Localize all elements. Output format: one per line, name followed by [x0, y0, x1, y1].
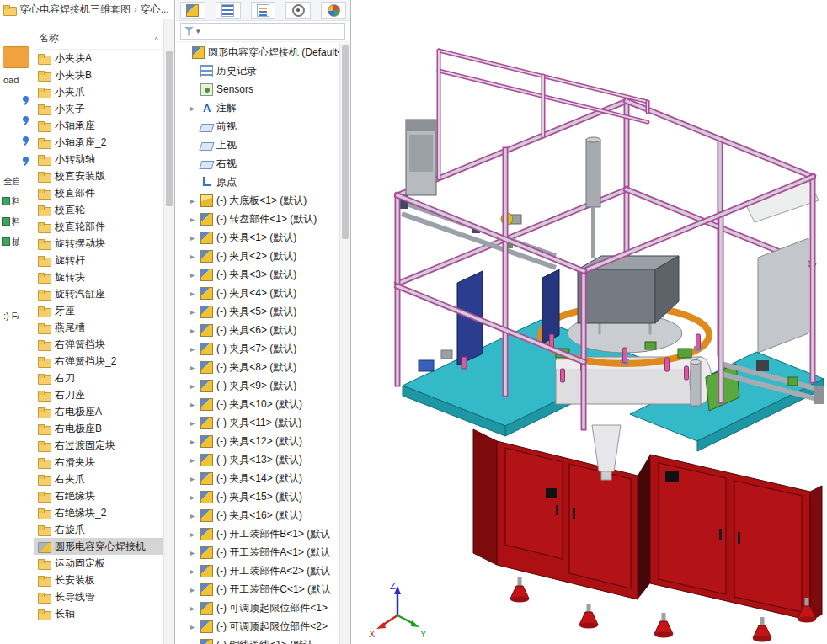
feature-tree-item[interactable]: 前视 — [176, 117, 339, 136]
expand-arrow-icon[interactable] — [188, 567, 197, 576]
file-row[interactable]: 小轴承座_2 — [34, 134, 163, 151]
expand-arrow-icon[interactable] — [188, 455, 197, 465]
monitor-panel[interactable] — [406, 120, 436, 195]
top-railing[interactable] — [439, 51, 648, 178]
feature-tree-item[interactable]: (-) 夹具<16> (默认) — [176, 506, 339, 524]
graphics-viewport[interactable]: Z X Y — [352, 0, 827, 644]
column-header-name[interactable]: 名称 ^ — [34, 19, 163, 50]
feature-tree-item[interactable]: 注解 — [176, 98, 339, 117]
file-row[interactable]: 燕尾槽 — [34, 319, 163, 336]
expand-arrow-icon[interactable] — [188, 418, 197, 428]
expand-arrow-icon[interactable] — [188, 474, 197, 483]
feature-tree-item[interactable]: (-) 开工装部件A<1> (默认 — [176, 543, 339, 562]
feature-tree-item[interactable]: 原点 — [176, 173, 339, 191]
right-upper-panels[interactable] — [744, 180, 819, 353]
feature-tree-item[interactable]: (-) 夹具<1> (默认) — [176, 228, 339, 247]
feature-tree-item[interactable]: (-) 夹具<11> (默认) — [176, 413, 339, 432]
feature-tree-item[interactable]: (-) 夹具<15> (默认) — [176, 487, 339, 506]
file-row[interactable]: 长导线管 — [34, 588, 163, 605]
center-gray-box[interactable] — [578, 269, 655, 323]
feature-tree-item[interactable]: 右视 — [176, 154, 339, 173]
support-cylinder[interactable] — [586, 137, 600, 258]
expand-arrow-icon[interactable] — [188, 307, 197, 317]
quick-access-item[interactable] — [0, 110, 34, 130]
quick-access-item[interactable] — [0, 151, 34, 171]
expand-arrow-icon[interactable] — [188, 622, 197, 631]
hopper-cone[interactable] — [592, 425, 621, 471]
expand-arrow-icon[interactable] — [188, 270, 197, 279]
feature-tree-item[interactable]: 圆形电容穿心焊接机 (Default< — [176, 43, 339, 61]
file-row[interactable]: 圆形电容穿心焊接机 — [34, 538, 163, 555]
tree-scrollbar[interactable] — [339, 43, 350, 644]
feature-tree-item[interactable]: (-) 夹具<8> (默认) — [176, 358, 339, 376]
file-row[interactable]: 右绝缘块_2 — [34, 504, 163, 521]
file-row[interactable]: 右电极座B — [34, 420, 163, 437]
file-row[interactable]: 旋转摆动块 — [34, 235, 163, 252]
expand-arrow-icon[interactable] — [188, 641, 197, 644]
expand-arrow-icon[interactable] — [188, 363, 197, 372]
file-row[interactable]: 小夹爪 — [34, 83, 163, 100]
file-row[interactable]: 小夹块B — [34, 67, 163, 83]
quick-access-item[interactable] — [0, 90, 34, 110]
quick-access-item[interactable] — [0, 130, 34, 151]
expand-arrow-icon[interactable] — [188, 196, 197, 205]
panel-tab[interactable] — [321, 2, 346, 19]
file-row[interactable]: 运动固定板 — [34, 555, 163, 572]
feature-tree-item[interactable]: (-) 夹具<7> (默认) — [176, 339, 339, 358]
expand-arrow-icon[interactable] — [188, 492, 197, 502]
panel-tab[interactable] — [285, 2, 311, 19]
chevron-down-icon[interactable]: ▾ — [196, 27, 200, 35]
expand-arrow-icon[interactable] — [188, 252, 197, 261]
feature-tree-item[interactable]: (-) 夹具<12> (默认) — [176, 432, 339, 450]
feature-tree-item[interactable]: (-) 可调顶起限位部件<1> — [176, 599, 339, 617]
file-row[interactable]: 校直部件 — [34, 184, 163, 201]
feature-tree-item[interactable]: (-) 开工装部件B<1> (默认 — [176, 524, 339, 543]
feature-tree-item[interactable]: (-) 夹具<10> (默认) — [176, 395, 339, 413]
feature-tree-item[interactable]: (-) 夹具<4> (默认) — [176, 284, 339, 302]
feature-tree-item[interactable]: (-) 转盘部件<1> (默认) — [176, 210, 339, 228]
file-row[interactable]: 小夹块A — [34, 50, 163, 67]
expand-arrow-icon[interactable] — [188, 511, 197, 520]
feature-tree-item[interactable]: (-) 夹具<14> (默认) — [176, 469, 339, 487]
feature-tree-item[interactable]: 上视 — [176, 136, 339, 154]
machine-3d-view[interactable]: Z X Y — [352, 0, 827, 644]
feature-tree-item[interactable]: (-) 夹具<6> (默认) — [176, 321, 339, 339]
expand-arrow-icon[interactable] — [188, 604, 197, 613]
feature-tree-item[interactable]: (-) 夹具<5> (默认) — [176, 302, 339, 321]
expand-arrow-icon[interactable] — [188, 233, 197, 242]
file-row[interactable]: 右旋爪 — [34, 521, 163, 538]
file-row[interactable]: 长安装板 — [34, 572, 163, 588]
expand-arrow-icon[interactable] — [188, 289, 197, 298]
breadcrumb-segment[interactable]: 穿心电容焊接机三维套图 — [19, 3, 131, 17]
file-row[interactable]: 校直轮 — [34, 201, 163, 218]
expand-arrow-icon[interactable] — [188, 585, 197, 594]
file-row[interactable]: 右夹爪 — [34, 471, 163, 487]
explorer-scrollbar[interactable] — [163, 19, 174, 644]
expand-arrow-icon[interactable] — [188, 548, 197, 557]
file-row[interactable]: 右弹簧挡块 — [34, 336, 163, 353]
expand-arrow-icon[interactable] — [188, 326, 197, 335]
quick-access-item[interactable]: 械手三维 — [0, 232, 34, 252]
expand-arrow-icon[interactable] — [188, 215, 197, 224]
panel-tab[interactable] — [180, 2, 205, 19]
quick-access-item[interactable]: :) FAST — [0, 306, 34, 326]
feature-tree-item[interactable]: (-) 夹具<2> (默认) — [176, 247, 339, 265]
file-row[interactable]: 旋转杆 — [34, 252, 163, 269]
feature-tree-item[interactable]: 历史记录 — [176, 61, 339, 80]
expand-arrow-icon[interactable] — [188, 400, 197, 409]
file-row[interactable]: 小轴承座 — [34, 117, 163, 134]
quick-access-item[interactable]: 全自动焊 — [0, 171, 34, 191]
feature-tree-item[interactable]: (-) 开工装部件A<2> (默认 — [176, 562, 339, 580]
expand-arrow-icon[interactable] — [188, 381, 197, 391]
feature-tree-item[interactable]: (-) 可调顶起限位部件<2> — [176, 617, 339, 636]
file-row[interactable]: 右绝缘块 — [34, 487, 163, 504]
tree-scrollbar-thumb[interactable] — [342, 45, 349, 239]
expand-arrow-icon[interactable] — [188, 104, 197, 113]
file-row[interactable]: 小转动轴 — [34, 151, 163, 168]
feature-tree-item[interactable]: (-) 铜线送线<1> (默认 — [176, 636, 339, 644]
file-row[interactable]: 右过渡固定块 — [34, 437, 163, 454]
clipped-folder-tile[interactable] — [3, 46, 29, 68]
file-row[interactable]: 旋转汽缸座 — [34, 285, 163, 302]
file-row[interactable]: 右刀座 — [34, 386, 163, 403]
panel-tab[interactable] — [251, 2, 276, 19]
